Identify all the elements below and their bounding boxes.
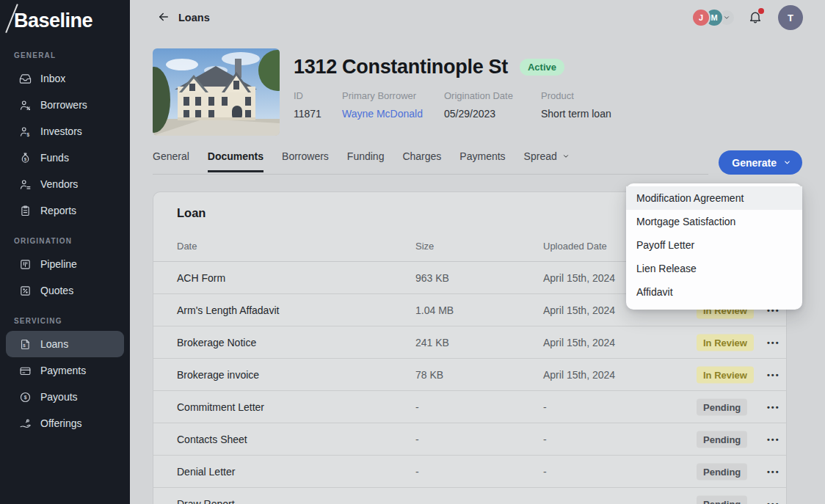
table-row[interactable]: Draw Report - - Pending ••• — [153, 488, 786, 504]
document-size: - — [415, 466, 419, 478]
sidebar-item-pipeline[interactable]: Pipeline — [6, 251, 124, 277]
quotes-icon — [19, 285, 32, 297]
payouts-icon: $ — [19, 391, 32, 403]
svg-text:$: $ — [24, 157, 27, 161]
notification-dot — [758, 8, 764, 14]
vendors-icon — [19, 178, 32, 191]
table-row[interactable]: Commitment Letter - - Pending ••• — [153, 391, 786, 423]
primary-borrower-link[interactable]: Wayne McDonald — [342, 108, 444, 120]
sidebar-item-payouts[interactable]: $ Payouts — [6, 384, 124, 410]
menu-item-lien-release[interactable]: Lien Release — [626, 257, 802, 280]
meta-label-primary-borrower: Primary Borrower — [342, 90, 444, 101]
sidebar-item-offerings[interactable]: Offerings — [6, 410, 124, 437]
document-uploaded-date: - — [543, 401, 547, 413]
status-badge: Pending — [697, 463, 747, 480]
sidebar-item-label: Funds — [40, 152, 69, 164]
meta-value-product: Short term loan — [541, 108, 611, 120]
column-header-size: Size — [415, 241, 434, 252]
sidebar-item-loans[interactable]: $ Loans — [6, 331, 124, 357]
sidebar-item-quotes[interactable]: Quotes — [6, 277, 124, 304]
tab-payments[interactable]: Payments — [459, 150, 505, 172]
document-name: Arm's Length Affadavit — [177, 304, 279, 316]
menu-item-affidavit[interactable]: Affidavit — [626, 280, 802, 304]
document-name: Denial Letter — [177, 466, 235, 478]
sidebar-item-label: Quotes — [40, 285, 73, 296]
sidebar-item-label: Borrowers — [40, 99, 87, 111]
sidebar-item-reports[interactable]: Reports — [6, 197, 124, 224]
loan-title: 1312 Constantinople St — [294, 56, 508, 78]
document-size: 1.04 MB — [415, 304, 454, 316]
back-button[interactable] — [156, 10, 171, 25]
row-actions-button[interactable]: ••• — [764, 400, 783, 414]
investors-icon: $ — [19, 125, 32, 138]
sidebar-item-borrowers[interactable]: Borrowers — [6, 92, 124, 118]
topbar-actions: J M T — [691, 5, 803, 30]
table-row[interactable]: Contacts Sheet - - Pending ••• — [153, 423, 786, 456]
sidebar-item-investors[interactable]: $ Investors — [6, 118, 124, 145]
document-name: Commitment Letter — [177, 401, 264, 413]
tab-funding[interactable]: Funding — [347, 150, 385, 172]
sidebar-item-label: Payouts — [40, 391, 78, 403]
profile-avatar[interactable]: T — [778, 5, 803, 30]
menu-item-payoff-letter[interactable]: Payoff Letter — [626, 233, 802, 257]
column-header-uploaded: Uploaded Date — [543, 241, 607, 252]
meta-value-origination-date: 05/29/2023 — [444, 108, 541, 120]
sidebar-item-inbox[interactable]: Inbox — [6, 65, 124, 92]
status-badge: Pending — [697, 495, 747, 504]
document-name: Brokerage invoice — [177, 369, 259, 381]
document-uploaded-date: - — [543, 498, 547, 504]
chevron-down-icon — [783, 158, 791, 167]
document-uploaded-date: April 15th, 2024 — [543, 272, 615, 284]
document-name: Draw Report — [177, 498, 235, 504]
borrowers-icon — [19, 99, 32, 112]
document-size: - — [415, 498, 419, 504]
generate-menu: Modification Agreement Mortgage Satisfac… — [626, 183, 802, 310]
document-name: ACH Form — [177, 272, 225, 284]
property-photo — [153, 48, 280, 136]
payments-icon — [19, 365, 32, 377]
card-title: Loan — [177, 206, 206, 220]
row-actions-button[interactable]: ••• — [764, 432, 783, 447]
row-actions-button[interactable]: ••• — [764, 464, 783, 479]
status-badge: In Review — [697, 334, 754, 351]
collab-avatar-j[interactable]: J — [691, 8, 710, 27]
funds-icon: $ — [19, 152, 32, 164]
chevron-down-icon — [562, 153, 570, 160]
breadcrumb: Loans — [178, 12, 210, 23]
sidebar-item-vendors[interactable]: Vendors — [6, 171, 124, 197]
tabs-row: General Documents Borrowers Funding Char… — [153, 150, 802, 175]
svg-text:$: $ — [27, 131, 30, 137]
offerings-icon — [19, 417, 32, 430]
document-uploaded-date: - — [543, 434, 547, 445]
sidebar: Baseline GENERAL Inbox Borrowers $ Inves… — [0, 0, 130, 504]
row-actions-button[interactable]: ••• — [764, 368, 783, 382]
section-label-origination: ORIGINATION — [14, 237, 130, 245]
table-row[interactable]: Brokerage Notice 241 KB April 15th, 2024… — [153, 326, 786, 359]
document-size: 241 KB — [415, 337, 449, 348]
notifications-button[interactable] — [747, 10, 763, 26]
table-row[interactable]: Brokerage invoice 78 KB April 15th, 2024… — [153, 359, 786, 391]
meta-label-product: Product — [541, 90, 611, 101]
tab-general[interactable]: General — [153, 150, 189, 172]
row-actions-button[interactable]: ••• — [764, 335, 783, 350]
document-size: - — [415, 401, 419, 413]
sidebar-item-payments[interactable]: Payments — [6, 357, 124, 384]
tab-charges[interactable]: Charges — [402, 150, 441, 172]
status-badge: In Review — [697, 366, 754, 383]
sidebar-item-label: Inbox — [40, 73, 65, 84]
menu-item-modification-agreement[interactable]: Modification Agreement — [626, 186, 802, 210]
table-row[interactable]: Denial Letter - - Pending ••• — [153, 456, 786, 488]
row-actions-button[interactable]: ••• — [764, 497, 783, 504]
tab-spread[interactable]: Spread — [524, 150, 570, 172]
sidebar-item-funds[interactable]: $ Funds — [6, 145, 124, 171]
document-size: 78 KB — [415, 369, 443, 381]
menu-item-mortgage-satisfaction[interactable]: Mortgage Satisfaction — [626, 210, 802, 233]
document-size: 963 KB — [415, 272, 449, 284]
meta-label-origination-date: Origination Date — [444, 90, 541, 101]
tab-documents[interactable]: Documents — [208, 150, 264, 172]
generate-button[interactable]: Generate — [719, 150, 802, 175]
status-badge: Pending — [697, 398, 747, 415]
document-uploaded-date: - — [543, 466, 547, 478]
loans-icon: $ — [19, 338, 32, 351]
tab-borrowers[interactable]: Borrowers — [282, 150, 329, 172]
